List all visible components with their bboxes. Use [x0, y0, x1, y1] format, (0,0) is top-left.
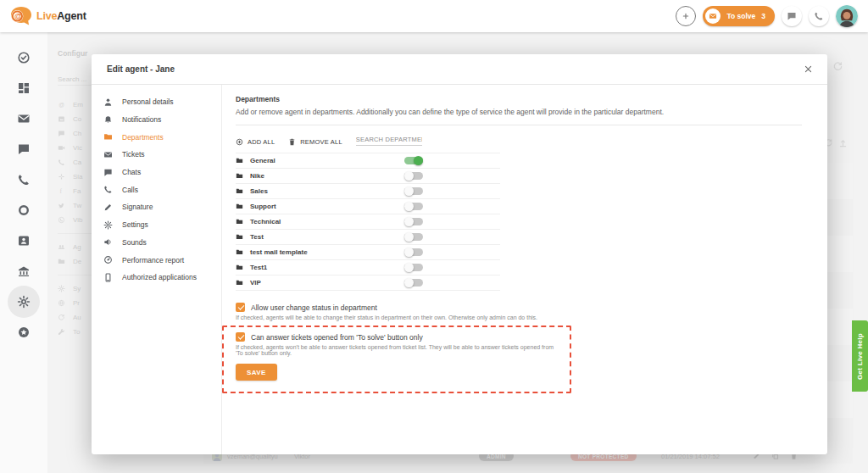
rail-envelope-button[interactable] — [13, 109, 35, 129]
config-item-label: Em — [73, 101, 83, 109]
config-item-label: Co — [73, 115, 81, 123]
config-item-label: Au — [73, 314, 81, 321]
to-solve-count: 3 — [761, 12, 765, 20]
liveagent-logo-icon: @ — [10, 6, 32, 26]
department-toggle[interactable] — [404, 218, 423, 225]
department-toggle[interactable] — [404, 157, 423, 164]
plus-circle-icon — [236, 138, 243, 146]
rail-check-circle-button[interactable] — [13, 47, 35, 68]
modal-menu-tickets[interactable]: Tickets — [92, 146, 221, 164]
phone-icon — [58, 159, 65, 166]
rail-phone-button[interactable] — [13, 170, 35, 190]
department-row: Sales — [236, 184, 500, 199]
checkbox-checked-icon[interactable] — [236, 303, 245, 312]
allow-status-block: Allow user change status in department I… — [236, 303, 802, 320]
config-item-label: De — [73, 258, 81, 265]
toggle-knob — [404, 278, 414, 287]
rail-contact-card-button[interactable] — [13, 231, 35, 251]
close-icon[interactable] — [800, 62, 815, 77]
phone-icon — [103, 185, 113, 194]
to-solve-button[interactable]: To solve 3 — [703, 6, 775, 26]
department-toggle[interactable] — [404, 248, 423, 256]
search-department-input[interactable] — [356, 134, 422, 146]
department-toggle[interactable] — [404, 279, 423, 287]
add-all-button[interactable]: ADD ALL — [236, 138, 275, 146]
department-toggle[interactable] — [404, 233, 423, 241]
brand-name: LiveAgent — [36, 10, 86, 22]
save-button[interactable]: SAVE — [236, 364, 277, 381]
section-description: Add or remove agent in departments. Addi… — [236, 108, 802, 116]
department-row: Nike — [236, 169, 500, 184]
department-row: General — [236, 153, 500, 169]
remove-all-button[interactable]: REMOVE ALL — [288, 138, 342, 146]
department-name: Support — [250, 203, 276, 210]
department-name: Nike — [250, 172, 264, 180]
departments-list: GeneralNikeSalesSupportTechnicalTesttest… — [236, 153, 500, 291]
star-circle-icon — [17, 326, 31, 339]
envelope-icon — [705, 8, 721, 24]
to-solve-label: To solve — [726, 12, 755, 20]
rail-dashboard-button[interactable] — [13, 78, 35, 98]
modal-menu-settings[interactable]: Settings — [92, 216, 221, 234]
department-toggle[interactable] — [404, 187, 423, 195]
calls-button[interactable] — [809, 6, 829, 26]
chat-icon — [17, 142, 31, 156]
checkbox-checked-icon[interactable] — [236, 332, 245, 342]
department-name: Sales — [250, 187, 268, 195]
modal-menu-sounds[interactable]: Sounds — [92, 234, 221, 252]
rail-chat-button[interactable] — [13, 139, 35, 159]
department-toggle[interactable] — [404, 172, 423, 180]
speaker-icon — [103, 237, 113, 247]
user-avatar[interactable] — [836, 5, 858, 27]
config-item-label: Vic — [73, 144, 82, 152]
check-circle-icon — [17, 51, 31, 64]
modal-menu-label: Sounds — [122, 238, 147, 247]
department-toggle[interactable] — [404, 264, 423, 271]
chat-icon — [103, 168, 113, 177]
add-new-button[interactable] — [676, 6, 696, 26]
folder-icon — [236, 203, 243, 210]
modal-menu-signature[interactable]: Signature — [92, 198, 221, 216]
chats-button[interactable] — [782, 6, 802, 26]
upload-icon[interactable] — [838, 138, 848, 147]
modal-menu-notifications[interactable]: Notifications — [92, 111, 221, 129]
config-item-label: To — [73, 328, 80, 336]
get-live-help-button[interactable]: Get Live Help — [852, 320, 868, 392]
department-row: Technical — [236, 214, 500, 230]
top-header: @ LiveAgent To solve 3 — [0, 0, 868, 32]
rail-gear-button[interactable] — [13, 292, 35, 312]
modal-menu-departments[interactable]: Departments — [92, 128, 221, 146]
edit-agent-modal: Edit agent - Jane Personal detailsNotifi… — [92, 54, 827, 454]
config-item-label: Ch — [73, 130, 81, 137]
mobile-icon — [103, 273, 113, 282]
department-toggle[interactable] — [404, 203, 423, 210]
modal-menu-authorized-applications[interactable]: Authorized applications — [92, 269, 221, 287]
allow-status-label: Allow user change status in department — [251, 303, 377, 312]
refresh-icon[interactable] — [832, 61, 843, 72]
modal-menu-label: Departments — [122, 133, 164, 142]
rail-star-circle-button[interactable] — [13, 322, 35, 342]
gauge-icon — [103, 255, 113, 264]
folder-icon — [236, 218, 243, 225]
to-solve-only-checkbox-row[interactable]: Can answer tickets opened from 'To solve… — [236, 332, 561, 342]
chat-icon — [787, 11, 797, 21]
allow-status-helper: If checked, agents will be able to chang… — [236, 314, 802, 320]
contact-card-icon — [17, 234, 31, 248]
folder-icon — [236, 187, 243, 195]
modal-menu-personal-details[interactable]: Personal details — [92, 93, 221, 111]
rail-ring-button[interactable] — [13, 200, 35, 220]
people-icon — [58, 243, 65, 251]
allow-status-checkbox-row[interactable]: Allow user change status in department — [236, 303, 802, 312]
refresh-icon — [58, 314, 65, 321]
department-name: test mail template — [250, 248, 308, 256]
wrench-icon — [58, 328, 65, 336]
to-solve-only-label: Can answer tickets opened from 'To solve… — [251, 333, 423, 342]
modal-menu-calls[interactable]: Calls — [92, 181, 221, 198]
modal-menu-performance-report[interactable]: Performance report — [92, 251, 221, 269]
modal-menu-chats[interactable]: Chats — [92, 164, 221, 181]
pen-icon — [103, 203, 113, 212]
modal-menu-label: Settings — [122, 220, 148, 229]
gear-icon — [17, 295, 31, 309]
slack-icon — [58, 173, 65, 181]
rail-bank-button[interactable] — [13, 261, 35, 281]
